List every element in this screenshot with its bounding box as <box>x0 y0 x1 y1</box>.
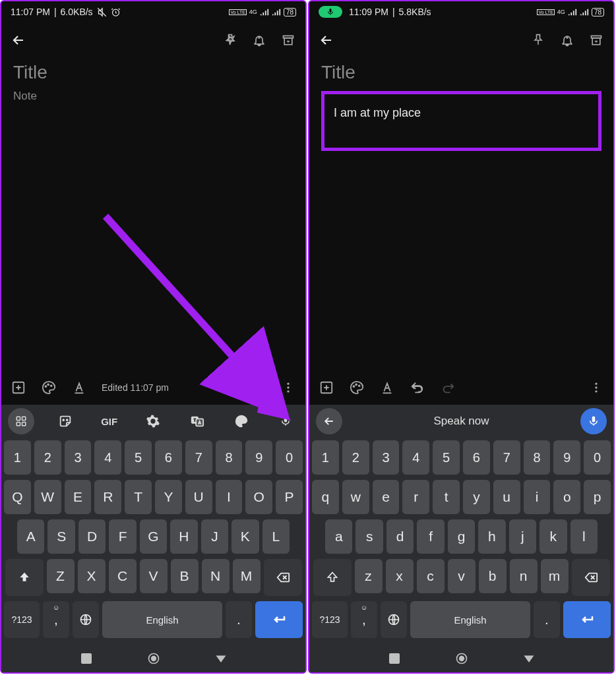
key-o[interactable]: o <box>553 480 580 514</box>
comma-key[interactable]: ☺ , <box>351 601 377 638</box>
more-icon[interactable] <box>588 380 604 396</box>
key-c[interactable]: C <box>109 559 137 593</box>
key-n[interactable]: N <box>202 559 230 593</box>
space-key[interactable]: English <box>410 601 530 638</box>
shift-key[interactable] <box>5 559 44 596</box>
key-6[interactable]: 6 <box>463 440 490 475</box>
palette-icon[interactable] <box>349 380 365 396</box>
key-z[interactable]: z <box>355 559 383 593</box>
key-l[interactable]: l <box>570 519 598 554</box>
reminder-icon[interactable] <box>251 32 267 48</box>
language-key[interactable] <box>73 601 99 638</box>
back-nav-icon[interactable] <box>522 651 536 666</box>
shift-key[interactable] <box>313 559 352 596</box>
key-i[interactable]: I <box>216 480 243 514</box>
key-k[interactable]: K <box>231 519 259 554</box>
reminder-icon[interactable] <box>559 32 575 48</box>
archive-icon[interactable] <box>280 32 296 48</box>
key-v[interactable]: V <box>140 559 168 593</box>
backspace-key[interactable] <box>572 559 610 596</box>
key-r[interactable]: R <box>94 480 121 514</box>
key-3[interactable]: 3 <box>373 440 400 475</box>
key-a[interactable]: A <box>17 519 44 554</box>
key-i[interactable]: i <box>524 480 551 514</box>
key-4[interactable]: 4 <box>402 440 429 475</box>
key-h[interactable]: h <box>478 519 505 554</box>
key-r[interactable]: r <box>402 480 429 514</box>
key-0[interactable]: 0 <box>276 440 303 475</box>
key-q[interactable]: q <box>312 480 339 514</box>
title-input[interactable]: Title <box>321 62 601 83</box>
key-a[interactable]: a <box>325 519 352 554</box>
key-p[interactable]: p <box>584 480 611 514</box>
recent-apps-icon[interactable] <box>79 651 94 666</box>
key-9[interactable]: 9 <box>553 440 580 475</box>
key-4[interactable]: 4 <box>94 440 121 475</box>
key-s[interactable]: S <box>47 519 75 554</box>
language-key[interactable] <box>381 601 407 638</box>
mic-icon[interactable] <box>272 408 299 434</box>
backspace-key[interactable] <box>264 559 302 596</box>
key-f[interactable]: f <box>417 519 444 554</box>
enter-key[interactable] <box>255 601 303 638</box>
key-j[interactable]: J <box>201 519 228 554</box>
key-e[interactable]: e <box>373 480 400 514</box>
key-6[interactable]: 6 <box>155 440 182 475</box>
key-g[interactable]: G <box>140 519 167 554</box>
key-5[interactable]: 5 <box>433 440 460 475</box>
key-t[interactable]: t <box>433 480 460 514</box>
key-f[interactable]: F <box>109 519 136 554</box>
home-icon[interactable] <box>454 651 469 666</box>
key-w[interactable]: W <box>34 480 61 514</box>
space-key[interactable]: English <box>102 601 222 638</box>
key-p[interactable]: P <box>276 480 303 514</box>
back-nav-icon[interactable] <box>214 651 228 666</box>
add-box-icon[interactable] <box>319 380 334 396</box>
key-w[interactable]: w <box>342 480 369 514</box>
key-9[interactable]: 9 <box>245 440 272 475</box>
key-t[interactable]: T <box>125 480 152 514</box>
title-input[interactable]: Title <box>13 62 293 83</box>
key-l[interactable]: L <box>262 519 290 554</box>
back-arrow-icon[interactable] <box>11 32 26 48</box>
key-s[interactable]: s <box>355 519 383 554</box>
palette-icon[interactable] <box>41 380 57 396</box>
key-e[interactable]: E <box>65 480 92 514</box>
key-b[interactable]: B <box>171 559 199 593</box>
settings-icon[interactable] <box>140 408 166 434</box>
pin-icon[interactable] <box>222 32 238 48</box>
key-2[interactable]: 2 <box>34 440 61 475</box>
key-y[interactable]: y <box>463 480 490 514</box>
more-icon[interactable] <box>280 380 296 396</box>
back-arrow-icon[interactable] <box>319 32 334 48</box>
add-box-icon[interactable] <box>11 380 26 396</box>
pin-icon[interactable] <box>530 32 546 48</box>
key-8[interactable]: 8 <box>524 440 551 475</box>
key-v[interactable]: v <box>448 559 476 593</box>
symbols-key[interactable]: ?123 <box>4 601 40 638</box>
key-d[interactable]: D <box>78 519 106 554</box>
symbols-key[interactable]: ?123 <box>312 601 348 638</box>
key-1[interactable]: 1 <box>312 440 339 475</box>
key-u[interactable]: U <box>185 480 212 514</box>
gif-icon[interactable]: GIF <box>96 408 123 434</box>
key-8[interactable]: 8 <box>216 440 243 475</box>
period-key[interactable]: . <box>534 601 560 638</box>
comma-key[interactable]: ☺ , <box>43 601 69 638</box>
key-h[interactable]: H <box>170 519 197 554</box>
key-7[interactable]: 7 <box>493 440 520 475</box>
home-icon[interactable] <box>146 651 161 666</box>
note-input[interactable]: Note <box>13 90 293 103</box>
key-n[interactable]: n <box>510 559 538 593</box>
key-x[interactable]: X <box>78 559 106 593</box>
key-d[interactable]: d <box>386 519 414 554</box>
note-content-highlighted[interactable]: I am at my place <box>321 91 601 151</box>
translate-icon[interactable] <box>184 408 210 434</box>
key-7[interactable]: 7 <box>185 440 212 475</box>
key-m[interactable]: m <box>541 559 569 593</box>
key-z[interactable]: Z <box>47 559 75 593</box>
key-o[interactable]: O <box>245 480 272 514</box>
text-format-icon[interactable] <box>71 380 87 396</box>
key-5[interactable]: 5 <box>125 440 152 475</box>
key-x[interactable]: x <box>386 559 414 593</box>
